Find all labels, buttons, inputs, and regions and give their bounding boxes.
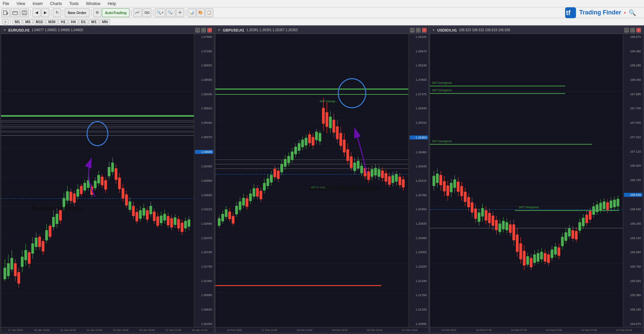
cursor-tool[interactable]: + [2, 19, 9, 24]
svg-rect-260 [402, 180, 405, 187]
auto-trading-button[interactable]: AutoTrading [102, 8, 130, 17]
svg-rect-158 [228, 212, 231, 219]
svg-rect-290 [446, 186, 449, 196]
new-button[interactable] [1, 8, 10, 17]
svg-rect-324 [505, 222, 508, 230]
price-label: 1.25215 [410, 179, 428, 182]
price-label: 1.28240 [410, 64, 428, 67]
tf-m15[interactable]: M15 [34, 19, 45, 24]
chart1-maximize[interactable]: □ [201, 28, 206, 33]
chart1-body[interactable]: Breakout of Levels 1.07665 1.07295 1.069… [1, 34, 214, 327]
settings-button[interactable]: ⚙ [93, 8, 101, 17]
trading-finder-logo: tf Trading Finder ● 🔍 [565, 7, 643, 19]
tf-h4[interactable]: H4 [68, 19, 78, 24]
tf-d1[interactable]: D1 [79, 19, 88, 24]
svg-rect-182 [270, 175, 273, 182]
templates-button[interactable]: 📋 [205, 8, 213, 17]
tf-h1[interactable]: H1 [58, 19, 68, 24]
chart3-maximize[interactable]: □ [630, 28, 635, 33]
zoom-out-button[interactable]: 🔍- [166, 8, 175, 17]
menu-charts[interactable]: Charts [49, 1, 63, 7]
svg-rect-57 [56, 214, 58, 224]
tf-w1[interactable]: W1 [89, 19, 99, 24]
svg-rect-0 [3, 11, 7, 15]
reload-button[interactable]: ↻ [53, 8, 61, 17]
chart2-close[interactable]: × [422, 28, 427, 33]
svg-rect-51 [45, 230, 48, 240]
svg-rect-310 [481, 208, 484, 216]
svg-rect-178 [263, 183, 266, 190]
chart1-minimize[interactable]: _ [195, 28, 200, 33]
svg-rect-166 [243, 198, 245, 205]
chart1-prices: 1.04677 1.04681 1.04666 1.04669 [32, 28, 83, 32]
time-label: 20 Jan 19:00 [29, 329, 55, 332]
save-button[interactable] [20, 8, 29, 17]
chart1-symbol: EURUSD,H1 [8, 28, 30, 32]
tf-m1[interactable]: M1 [12, 19, 22, 24]
svg-rect-306 [474, 209, 477, 219]
svg-rect-154 [222, 214, 224, 221]
objects-button[interactable] [143, 8, 151, 17]
price-label: 1.01730 [195, 265, 213, 268]
chart3-close[interactable]: × [636, 28, 641, 33]
chart1-controls: _ □ × [195, 28, 212, 33]
chart-eurusd: ▼ EURUSD,H1 1.04677 1.04681 1.04666 1.04… [1, 26, 214, 333]
back-button[interactable]: ◀ [33, 8, 41, 17]
chart2-arrow [329, 111, 396, 178]
price-label: 107.505 [624, 121, 642, 124]
new-order-button[interactable]: New Order [65, 8, 90, 17]
svg-rect-209 [315, 132, 318, 140]
price-label: 1.28670 [410, 50, 428, 53]
colors-button[interactable]: 🎨 [197, 8, 205, 17]
menu-view[interactable]: View [15, 1, 26, 7]
menu-window[interactable]: Window [85, 1, 102, 7]
svg-rect-127 [177, 219, 180, 228]
tf-m5[interactable]: M5 [23, 19, 33, 24]
svg-rect-197 [294, 147, 297, 154]
svg-rect-332 [520, 244, 522, 259]
svg-text:SMT Diverge...: SMT Diverge... [310, 185, 328, 189]
svg-rect-113 [153, 212, 155, 221]
chart1-close[interactable]: × [207, 28, 212, 33]
forward-button[interactable]: ▶ [41, 8, 49, 17]
tf-mn[interactable]: MN [100, 19, 110, 24]
svg-rect-350 [551, 250, 553, 258]
time-label: 19 Feb 07:00 [501, 329, 537, 332]
open-button[interactable] [11, 8, 19, 17]
time-label: 17 Jan 2025 [2, 329, 29, 332]
svg-rect-372 [589, 211, 591, 219]
chart2-maximize[interactable]: □ [416, 28, 421, 33]
chart-type-button[interactable]: 📊 [188, 8, 196, 17]
chart3-minimize[interactable]: _ [624, 28, 629, 33]
chart2-body[interactable]: SMT Diverge... [215, 34, 428, 327]
price-label: 1.03585 [195, 193, 213, 197]
menu-help[interactable]: Help [106, 1, 117, 7]
chart3-body[interactable]: SMT Divergence SMT Divergence SMT Diverg… [430, 34, 643, 327]
svg-rect-382 [606, 203, 609, 210]
menu-insert[interactable]: Insert [31, 1, 44, 7]
zoom-in-button[interactable]: 🔍+ [155, 8, 165, 17]
svg-rect-308 [478, 213, 480, 221]
svg-rect-99 [129, 202, 131, 210]
svg-rect-336 [526, 257, 529, 265]
svg-rect-180 [267, 179, 269, 186]
svg-rect-211 [319, 133, 321, 141]
svg-rect-101 [132, 206, 135, 216]
svg-rect-170 [250, 194, 252, 201]
menu-file[interactable]: File [1, 1, 10, 7]
crosshair-button[interactable]: ✛ [176, 8, 184, 17]
menu-tools[interactable]: Tools [68, 1, 80, 7]
svg-rect-7 [145, 12, 147, 13]
chart2-minimize[interactable]: _ [410, 28, 415, 33]
svg-rect-111 [150, 206, 152, 214]
svg-rect-213 [322, 108, 325, 123]
time-label: 21 Feb 13:00 [392, 329, 427, 332]
tf-m30[interactable]: M30 [46, 19, 58, 24]
svg-rect-368 [582, 218, 584, 226]
price-label: 1.25645 [410, 165, 428, 168]
svg-rect-326 [509, 225, 512, 233]
indicators-button[interactable] [133, 8, 142, 17]
svg-rect-119 [163, 214, 166, 220]
svg-rect-47 [39, 237, 41, 247]
chart2-prices: 1.26381 1.26391 1.26357 1.26363 [246, 28, 298, 32]
